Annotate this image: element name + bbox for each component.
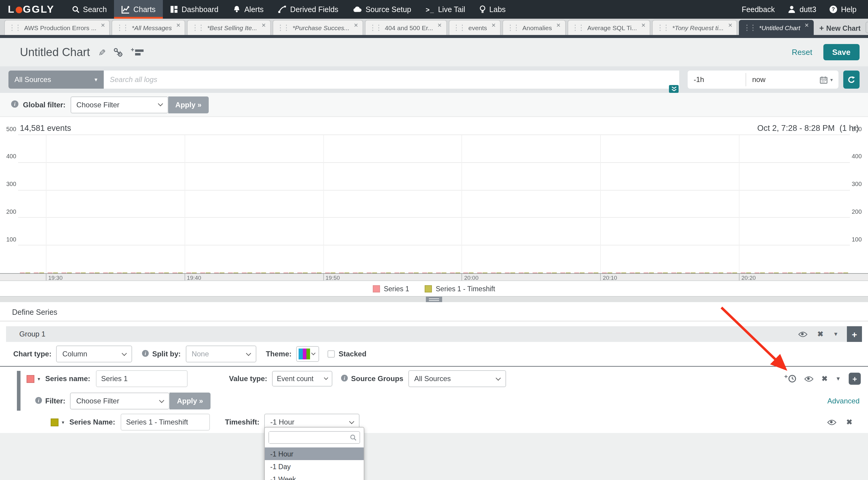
chart-tab[interactable]: ⋮⋮*Purchase Succes...✕	[273, 20, 363, 35]
y-axis-tick-label: 200	[1, 209, 16, 215]
nav-item-dutt3[interactable]: dutt3	[781, 0, 823, 19]
nav-item-dashboard[interactable]: Dashboard	[163, 0, 226, 19]
chart-tab[interactable]: ⋮⋮AWS Production Errors ...✕	[4, 20, 110, 35]
page-footer-area	[0, 433, 868, 480]
chevron-down-icon: ▼	[61, 420, 65, 424]
tab-close-icon[interactable]: ✕	[641, 21, 646, 28]
timeshift-option[interactable]: -1 Day	[265, 460, 364, 473]
bars-container	[18, 135, 850, 273]
group-visibility-eye-icon[interactable]	[798, 331, 808, 338]
nav-item-source-setup[interactable]: Source Setup	[346, 0, 418, 19]
nav-item-labs[interactable]: Labs	[472, 0, 513, 19]
chart-tab[interactable]: ⋮⋮*All Messages✕	[112, 20, 185, 35]
series-source-groups-select[interactable]: All Sources	[408, 370, 506, 387]
new-chart-button[interactable]: +New Chart	[819, 24, 861, 33]
time-to-input[interactable]	[746, 75, 804, 84]
legend-item[interactable]: Series 1	[373, 285, 409, 292]
add-to-dashboard-icon[interactable]: +	[131, 49, 144, 56]
nav-item-help[interactable]: ?Help	[823, 0, 863, 19]
x-axis-tick-label: 20:00	[464, 275, 478, 281]
save-button[interactable]: Save	[823, 44, 860, 60]
chart-tabbar: ⋮⋮AWS Production Errors ...✕⋮⋮*All Messa…	[0, 19, 868, 35]
timeshift-delete-icon[interactable]: ✖	[846, 418, 852, 426]
time-from-input[interactable]	[688, 75, 746, 84]
calendar-picker[interactable]: ▼	[820, 76, 838, 84]
dropdown-search-box	[269, 431, 360, 444]
chart-tab[interactable]: ⋮⋮events✕	[448, 20, 501, 35]
series-visibility-eye-icon[interactable]	[804, 375, 814, 382]
add-series-button[interactable]: +	[849, 373, 861, 385]
series-collapse-icon[interactable]: ▼	[835, 376, 841, 382]
tab-close-icon[interactable]: ✕	[491, 21, 496, 28]
tab-close-icon[interactable]: ✕	[101, 21, 105, 28]
time-range-box: ▼	[688, 70, 838, 89]
nav-item-derived-fields[interactable]: Derived Fields	[271, 0, 346, 19]
value-type-select[interactable]: Event count	[272, 371, 332, 387]
chart-tab[interactable]: ⋮⋮404 and 500 Er...✕	[365, 20, 447, 35]
filter-apply-button[interactable]: Apply »	[170, 392, 211, 410]
series-name-label: Series name:	[45, 375, 90, 383]
chevron-down-icon: ▼	[93, 77, 98, 82]
timeshift-visibility-eye-icon[interactable]	[827, 419, 837, 425]
legend-item[interactable]: Series 1 - Timeshift	[425, 285, 495, 292]
page-title: Untitled Chart	[20, 45, 90, 59]
reset-button[interactable]: Reset	[792, 47, 812, 57]
chart-tab[interactable]: ⋮⋮Average SQL Ti...✕	[567, 20, 651, 35]
tab-close-icon[interactable]: ✕	[556, 21, 561, 28]
search-input[interactable]	[104, 70, 679, 89]
tab-grip-icon: ⋮⋮	[744, 24, 756, 32]
chart-tab[interactable]: ⋮⋮Anomalies✕	[502, 20, 565, 35]
timeshift-option[interactable]: -1 Week	[265, 473, 364, 480]
tab-grip-icon: ⋮⋮	[572, 24, 584, 32]
timeshift-series-name-label: Series Name:	[69, 418, 115, 426]
tab-close-icon[interactable]: ✕	[728, 21, 733, 28]
chart-tab[interactable]: ⋮⋮*Best Selling Ite...✕	[187, 20, 271, 35]
nav-item-charts[interactable]: Charts	[114, 0, 163, 19]
dropdown-search-input[interactable]	[269, 432, 350, 443]
loggly-logo[interactable]: LGGLY	[8, 0, 55, 19]
chevron-down-icon: ▼	[829, 77, 834, 82]
theme-select[interactable]	[297, 346, 319, 362]
advanced-link[interactable]: Advanced	[827, 397, 860, 405]
source-groups-label: Source Groups	[351, 375, 403, 383]
tab-close-icon[interactable]: ✕	[261, 21, 266, 28]
refresh-search-button[interactable]	[843, 70, 860, 89]
add-timeshift-icon[interactable]: +	[784, 375, 796, 383]
filter-select[interactable]: Choose Filter	[70, 392, 170, 410]
add-group-button[interactable]: +	[847, 326, 862, 342]
tab-close-icon[interactable]: ✕	[437, 21, 442, 28]
timeshift-color-swatch[interactable]	[51, 418, 59, 426]
series-delete-icon[interactable]: ✖	[822, 375, 828, 383]
loggly-charts-page: LGGLY SearchChartsDashboardAlertsDerived…	[0, 0, 868, 480]
nav-item-live-tail[interactable]: >_Live Tail	[418, 0, 472, 19]
timeshift-option[interactable]: -1 Hour	[265, 447, 364, 460]
chart-tools-icon[interactable]	[114, 47, 123, 57]
chart-type-select[interactable]: Column	[56, 346, 132, 362]
source-group-dropdown[interactable]: All Sources ▼	[8, 70, 104, 89]
svg-text:i: i	[145, 351, 146, 356]
tab-close-icon[interactable]: ✕	[804, 21, 809, 28]
edit-title-icon[interactable]: ✎	[96, 48, 107, 56]
timeshift-series-name-input[interactable]	[121, 414, 210, 430]
chart-tab[interactable]: ⋮⋮*Tony Request ti...✕	[652, 20, 737, 35]
group-collapse-icon[interactable]: ▼	[833, 331, 838, 337]
tab-close-icon[interactable]: ✕	[176, 21, 181, 28]
series-name-input[interactable]	[96, 370, 187, 387]
series-filter-row: i Filter: Choose Filter Apply » Advanced	[0, 391, 868, 411]
y-axis-tick-label: 500	[1, 125, 16, 132]
chart-resize-handle[interactable]	[426, 297, 442, 302]
nav-item-search[interactable]: Search	[64, 0, 114, 19]
tab-close-icon[interactable]: ✕	[354, 21, 358, 28]
stacked-checkbox[interactable]	[328, 350, 335, 358]
expand-search-icon[interactable]	[669, 85, 679, 93]
chart-tab-active[interactable]: ⋮⋮*Untitled Chart✕	[739, 20, 814, 35]
chevron-down-icon: ▼	[37, 377, 41, 381]
group-delete-icon[interactable]: ✖	[817, 330, 824, 338]
global-filter-apply-button[interactable]: Apply »	[168, 96, 209, 113]
nav-item-feedback[interactable]: Feedback	[735, 0, 781, 19]
global-filter-select[interactable]: Choose Filter	[70, 96, 168, 113]
nav-item-alerts[interactable]: Alerts	[226, 0, 271, 19]
tab-overflow-menu-button[interactable]: ⋮	[865, 22, 868, 33]
split-by-select[interactable]: None	[185, 346, 256, 362]
series1-color-swatch[interactable]	[27, 375, 34, 383]
